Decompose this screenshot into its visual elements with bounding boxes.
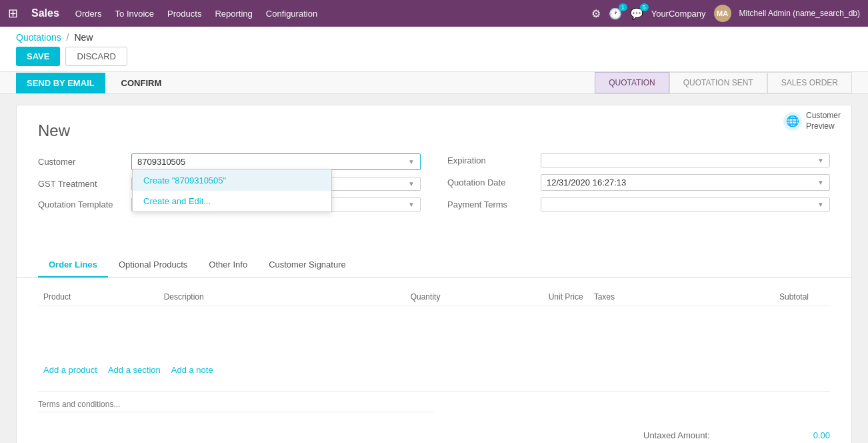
menu-products[interactable]: Products bbox=[167, 9, 201, 19]
col-unit-price: Unit Price bbox=[445, 288, 588, 306]
create-customer-link[interactable]: Create "8709310505" bbox=[143, 175, 226, 185]
globe-icon: 🌐 bbox=[783, 112, 802, 131]
tab-order-lines[interactable]: Order Lines bbox=[38, 253, 108, 278]
empty-table-row bbox=[38, 306, 830, 360]
dropdown-create-edit[interactable]: Create and Edit... bbox=[133, 191, 331, 211]
quotation-date-field-row: Quotation Date 12/31/2020 16:27:13 ▼ bbox=[447, 174, 830, 191]
expiration-label: Expiration bbox=[447, 155, 541, 165]
user-name: Mitchell Admin (name_search_db) bbox=[739, 9, 860, 18]
col-product: Product bbox=[38, 288, 159, 306]
col-description: Description bbox=[159, 288, 319, 306]
tab-other-info[interactable]: Other Info bbox=[198, 253, 258, 278]
col-actions bbox=[814, 288, 830, 306]
gst-dropdown-arrow: ▼ bbox=[408, 180, 415, 187]
form-inner: New Customer 8709310505 ▼ C bbox=[17, 105, 851, 248]
totals-section: Untaxed Amount: 0.00 Taxes: 0.00 Total: … bbox=[17, 423, 851, 444]
totals-table: Untaxed Amount: 0.00 Taxes: 0.00 Total: … bbox=[643, 428, 830, 444]
status-step-quotation-sent[interactable]: QUOTATION SENT bbox=[669, 72, 767, 93]
customer-value: 8709310505 bbox=[137, 157, 185, 167]
dropdown-create-customer[interactable]: Create "8709310505" bbox=[133, 170, 331, 191]
expiration-input[interactable]: ▼ bbox=[541, 153, 830, 167]
form-card: 🌐 Customer Preview New Customer 87093105… bbox=[16, 105, 852, 443]
user-avatar[interactable]: MA bbox=[714, 5, 731, 22]
app-brand[interactable]: Sales bbox=[31, 7, 59, 19]
table-actions: Add a product Add a section Add a note bbox=[38, 360, 830, 380]
breadcrumb-current: New bbox=[74, 32, 93, 43]
quotation-date-label: Quotation Date bbox=[447, 177, 541, 187]
add-note-link[interactable]: Add a note bbox=[171, 365, 213, 375]
breadcrumb-separator: / bbox=[67, 32, 69, 43]
form-fields-left: Customer 8709310505 ▼ Create "8709310505… bbox=[38, 153, 421, 218]
top-menu: Orders To Invoice Products Reporting Con… bbox=[75, 9, 581, 19]
tabs: Order Lines Optional Products Other Info… bbox=[17, 253, 851, 278]
col-quantity: Quantity bbox=[318, 288, 445, 306]
form-fields-right: Expiration ▼ Quotation Date 12/31/2020 1… bbox=[447, 153, 830, 218]
terms-input[interactable] bbox=[38, 397, 434, 412]
tab-customer-signature[interactable]: Customer Signature bbox=[258, 253, 357, 278]
action-buttons: SAVE DISCARD bbox=[16, 47, 852, 71]
gst-treatment-label: GST Treatment bbox=[38, 179, 131, 189]
customer-preview[interactable]: 🌐 Customer Preview bbox=[783, 111, 841, 131]
tab-optional-products[interactable]: Optional Products bbox=[108, 253, 198, 278]
menu-to-invoice[interactable]: To Invoice bbox=[115, 9, 155, 19]
untaxed-label: Untaxed Amount: bbox=[643, 430, 710, 440]
terms-section bbox=[17, 392, 851, 423]
activity-icon[interactable]: 🕐 1 bbox=[609, 7, 622, 20]
menu-orders[interactable]: Orders bbox=[75, 9, 102, 19]
untaxed-value: 0.00 bbox=[813, 430, 830, 440]
breadcrumb: Quotations / New bbox=[16, 32, 852, 43]
status-bar: SEND BY EMAIL CONFIRM QUOTATION QUOTATIO… bbox=[0, 72, 868, 94]
settings-icon[interactable]: ⚙ bbox=[591, 7, 601, 20]
customer-field-row: Customer 8709310505 ▼ Create "8709310505… bbox=[38, 153, 421, 170]
status-steps: QUOTATION QUOTATION SENT SALES ORDER bbox=[595, 72, 852, 93]
payment-terms-field-row: Payment Terms ▼ bbox=[447, 197, 830, 211]
qd-dropdown-arrow: ▼ bbox=[817, 179, 824, 186]
add-product-link[interactable]: Add a product bbox=[43, 365, 97, 375]
quotation-date-value: 12/31/2020 16:27:13 bbox=[547, 177, 626, 187]
payment-terms-label: Payment Terms bbox=[447, 199, 541, 209]
messages-icon[interactable]: 💬 5 bbox=[630, 7, 643, 20]
customer-input[interactable]: 8709310505 ▼ Create "8709310505" Create … bbox=[131, 153, 421, 170]
breadcrumb-parent[interactable]: Quotations bbox=[16, 32, 61, 43]
save-button[interactable]: SAVE bbox=[16, 47, 60, 66]
customer-preview-label: Customer Preview bbox=[806, 111, 841, 131]
quotation-date-input[interactable]: 12/31/2020 16:27:13 ▼ bbox=[541, 174, 830, 191]
expiration-field-row: Expiration ▼ bbox=[447, 153, 830, 167]
messages-badge: 5 bbox=[640, 3, 649, 11]
create-edit-link[interactable]: Create and Edit... bbox=[143, 196, 211, 206]
top-right-area: ⚙ 🕐 1 💬 5 YourCompany MA Mitchell Admin … bbox=[591, 5, 860, 22]
menu-configuration[interactable]: Configuration bbox=[266, 9, 317, 19]
order-table: Product Description Quantity Unit Price … bbox=[38, 288, 830, 360]
app-grid-icon[interactable]: ⊞ bbox=[8, 6, 18, 21]
main-content: 🌐 Customer Preview New Customer 87093105… bbox=[0, 94, 868, 443]
send-by-email-button[interactable]: SEND BY EMAIL bbox=[16, 73, 105, 93]
form-fields: Customer 8709310505 ▼ Create "8709310505… bbox=[38, 153, 830, 218]
status-step-sales-order[interactable]: SALES ORDER bbox=[767, 72, 852, 93]
activity-badge: 1 bbox=[619, 3, 627, 11]
company-name: YourCompany bbox=[651, 9, 706, 19]
col-subtotal: Subtotal bbox=[688, 288, 814, 306]
customer-label: Customer bbox=[38, 157, 131, 167]
pt-dropdown-arrow: ▼ bbox=[817, 201, 824, 208]
status-step-quotation[interactable]: QUOTATION bbox=[595, 72, 669, 93]
quotation-template-label: Quotation Template bbox=[38, 199, 131, 209]
form-title: New bbox=[38, 121, 830, 140]
table-section: Product Description Quantity Unit Price … bbox=[17, 278, 851, 391]
exp-dropdown-arrow: ▼ bbox=[817, 157, 824, 164]
top-navigation: ⊞ Sales Orders To Invoice Products Repor… bbox=[0, 0, 868, 27]
confirm-button[interactable]: CONFIRM bbox=[111, 73, 173, 93]
totals-untaxed-row: Untaxed Amount: 0.00 bbox=[643, 428, 830, 442]
customer-dropdown: Create "8709310505" Create and Edit... bbox=[132, 169, 332, 212]
add-section-link[interactable]: Add a section bbox=[108, 365, 161, 375]
col-taxes: Taxes bbox=[589, 288, 688, 306]
page-header: Quotations / New SAVE DISCARD bbox=[0, 27, 868, 72]
discard-button[interactable]: DISCARD bbox=[65, 47, 127, 66]
qt-dropdown-arrow: ▼ bbox=[408, 201, 415, 208]
menu-reporting[interactable]: Reporting bbox=[215, 9, 252, 19]
customer-dropdown-arrow: ▼ bbox=[408, 158, 415, 165]
payment-terms-input[interactable]: ▼ bbox=[541, 197, 830, 211]
